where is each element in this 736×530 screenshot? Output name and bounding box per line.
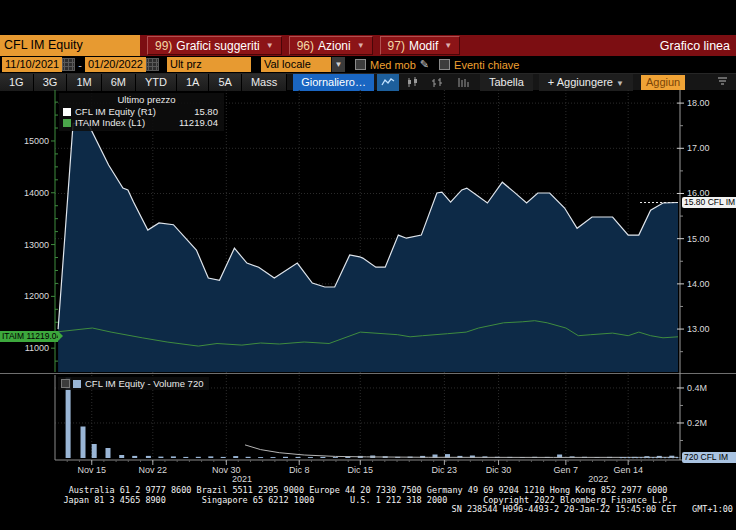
series-swatch — [63, 119, 71, 127]
date-tick-label: Dic 23 — [432, 465, 458, 475]
date-tick-label: Dic 8 — [289, 465, 310, 475]
legend-row-price[interactable]: CFL IM Equity (R1) 15.80 — [63, 106, 218, 117]
volume-bar — [233, 456, 238, 458]
volume-bar — [208, 456, 213, 458]
index-last-value-pill: ITAIM 11219.04 — [0, 331, 58, 342]
series-name: ITAIM Index (L1) — [75, 117, 179, 128]
left-axis-label: 15000 — [24, 136, 49, 146]
right-axis-label: 18.00 — [687, 98, 710, 108]
date-tick-label: Gen 14 — [613, 465, 643, 475]
date-tick-label: Dic 15 — [348, 465, 374, 475]
volume-legend-label: CFL IM Equity - Volume 720 — [85, 378, 203, 389]
price-legend[interactable]: Ultimo prezzo CFL IM Equity (R1) 15.80 I… — [59, 93, 224, 131]
volume-bar — [333, 457, 338, 458]
volume-bar — [132, 456, 137, 458]
series-value: 15.80 — [194, 106, 218, 117]
volume-bar — [320, 457, 325, 458]
legend-header: Ultimo prezzo — [63, 94, 218, 105]
volume-bar — [81, 427, 86, 459]
volume-bar — [106, 448, 111, 458]
left-axis-label: 14000 — [24, 188, 49, 198]
right-axis-label: 17.00 — [687, 143, 710, 153]
volume-ma-line — [245, 445, 678, 458]
volume-axis-label: 0.2M — [687, 418, 707, 428]
series-swatch — [63, 108, 71, 116]
series-name: CFL IM Equity (R1) — [75, 106, 179, 117]
right-axis-label: 13.00 — [687, 324, 710, 334]
volume-bar — [246, 457, 251, 458]
price-last-value-pill: 15.80 CFL IM — [682, 197, 736, 208]
volume-bar — [196, 457, 201, 458]
volume-bar — [308, 457, 313, 458]
left-axis-label: 13000 — [24, 240, 49, 250]
volume-bar — [119, 455, 124, 458]
volume-bar — [296, 457, 301, 458]
volume-bar — [158, 457, 163, 458]
terminal-footer: Australia 61 2 9777 8600 Brazil 5511 239… — [0, 486, 736, 515]
volume-bar — [171, 456, 176, 458]
date-tick-label: Nov 22 — [139, 465, 168, 475]
series-value: 11219.04 — [179, 117, 218, 128]
legend-row-index[interactable]: ITAIM Index (L1) 11219.04 — [63, 117, 218, 128]
date-tick-label: Nov 15 — [77, 465, 106, 475]
volume-bar — [283, 457, 288, 458]
footer-line-3: SN 238544 H996-4493-2 20-Jan-22 15:45:00… — [0, 505, 736, 515]
year-label: 2021 — [232, 474, 252, 484]
volume-bar — [258, 457, 263, 458]
left-axis-label: 12000 — [24, 291, 49, 301]
volume-bar — [183, 457, 188, 458]
price-volume-chart[interactable]: 13.0014.0015.0016.0017.0018.001100012000… — [0, 0, 736, 530]
volume-axis-label: 0.4M — [687, 383, 707, 393]
volume-bar — [271, 457, 276, 458]
volume-bar — [92, 444, 97, 458]
date-tick-label: Gen 7 — [554, 465, 579, 475]
volume-bar — [221, 457, 226, 458]
volume-legend[interactable]: CFL IM Equity - Volume 720 — [58, 377, 209, 390]
volume-checkbox[interactable] — [61, 379, 70, 388]
date-tick-label: Dic 30 — [486, 465, 512, 475]
volume-bar — [146, 456, 151, 458]
volume-last-value-pill: 720 CFL IM — [682, 452, 736, 463]
right-axis-label: 14.00 — [687, 279, 710, 289]
series-swatch — [73, 380, 81, 388]
left-axis-label: 11000 — [25, 343, 49, 353]
right-axis-label: 15.00 — [687, 234, 710, 244]
year-label: 2022 — [588, 474, 608, 484]
